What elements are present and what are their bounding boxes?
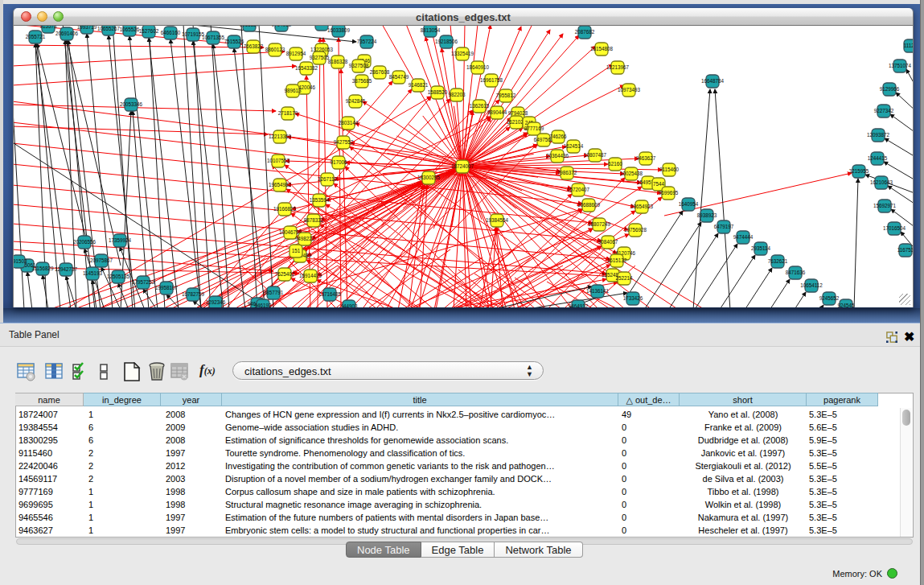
svg-text:10807487: 10807487 [584, 152, 607, 158]
svg-text:19958107: 19958107 [155, 285, 179, 290]
svg-text:10655267: 10655267 [97, 26, 121, 31]
svg-text:16914479: 16914479 [299, 273, 322, 278]
svg-text:12505135: 12505135 [107, 274, 130, 279]
svg-text:8813054: 8813054 [421, 27, 441, 33]
svg-text:8186328: 8186328 [328, 59, 348, 64]
svg-text:12093872: 12093872 [867, 132, 890, 138]
svg-text:13716485: 13716485 [318, 291, 342, 297]
svg-text:7986372: 7986372 [557, 170, 577, 175]
svg-text:11123: 11123 [904, 43, 913, 48]
svg-text:16033809: 16033809 [327, 27, 351, 33]
svg-text:20206556: 20206556 [73, 239, 97, 245]
svg-text:16961758: 16961758 [480, 77, 503, 83]
svg-text:8860123: 8860123 [265, 47, 285, 52]
svg-text:989613: 989613 [284, 88, 302, 93]
svg-text:9327508: 9327508 [349, 63, 369, 68]
svg-text:8454749: 8454749 [389, 74, 409, 80]
svg-text:10671355: 10671355 [202, 35, 225, 40]
svg-text:9463627: 9463627 [636, 155, 656, 161]
svg-text:9245652: 9245652 [819, 295, 840, 301]
svg-text:19218506: 19218506 [435, 39, 458, 44]
svg-text:9227342: 9227342 [874, 108, 894, 113]
svg-text:17359924: 17359924 [109, 237, 132, 243]
svg-text:20053346: 20053346 [120, 101, 143, 107]
svg-text:12213369: 12213369 [269, 134, 292, 139]
svg-text:19384554: 19384554 [486, 217, 509, 223]
svg-text:7515526: 7515526 [224, 39, 244, 44]
svg-text:9327505: 9327505 [310, 55, 330, 60]
svg-text:2867608: 2867608 [370, 69, 390, 75]
svg-text:1624514: 1624514 [564, 143, 584, 149]
svg-text:15692971: 15692971 [873, 203, 897, 208]
svg-text:8938923: 8938923 [697, 212, 717, 218]
svg-text:9890444: 9890444 [487, 109, 507, 115]
svg-text:11156829: 11156829 [31, 266, 54, 271]
svg-text:18300295: 18300295 [417, 175, 441, 180]
svg-text:20364436: 20364436 [546, 153, 569, 159]
svg-text:16543382: 16543382 [295, 65, 318, 71]
svg-text:8878332: 8878332 [304, 217, 324, 223]
svg-text:9857791: 9857791 [264, 290, 284, 295]
svg-text:1362615: 1362615 [470, 103, 490, 109]
svg-text:19756928: 19756928 [624, 227, 647, 233]
svg-text:1145193: 1145193 [83, 270, 103, 276]
svg-text:8471636: 8471636 [786, 270, 806, 275]
svg-text:1588520: 1588520 [428, 89, 448, 95]
svg-text:9129966: 9129966 [880, 86, 900, 92]
svg-text:62160: 62160 [608, 161, 622, 167]
svg-text:13325419: 13325419 [451, 51, 474, 56]
svg-text:1527602: 1527602 [139, 28, 159, 34]
svg-text:1065327: 1065327 [240, 26, 260, 27]
svg-text:924545: 924545 [837, 303, 855, 307]
svg-text:116753: 116753 [897, 247, 913, 253]
svg-text:6479197: 6479197 [714, 224, 734, 229]
svg-text:2803144: 2803144 [339, 120, 359, 126]
svg-text:151: 151 [292, 248, 301, 253]
svg-text:20975867: 20975867 [90, 257, 113, 263]
svg-text:6466160: 6466160 [161, 30, 181, 35]
svg-text:917006: 917006 [330, 159, 347, 165]
svg-text:14136141: 14136141 [586, 288, 610, 294]
svg-text:746266: 746266 [549, 134, 567, 139]
svg-text:9794012: 9794012 [272, 26, 292, 27]
svg-text:252214: 252214 [615, 275, 633, 281]
svg-text:20691406: 20691406 [55, 31, 79, 36]
svg-text:1292346: 1292346 [206, 299, 226, 305]
svg-text:1353594: 1353594 [310, 197, 330, 203]
svg-text:18640910: 18640910 [466, 64, 490, 70]
svg-text:13751074: 13751074 [889, 63, 912, 68]
svg-text:1993719: 1993719 [77, 26, 97, 30]
svg-text:1640954: 1640954 [679, 201, 699, 207]
svg-text:19654923: 19654923 [630, 204, 654, 209]
svg-text:10025438: 10025438 [620, 171, 643, 176]
svg-text:12213967: 12213967 [606, 64, 630, 70]
svg-text:10654112: 10654112 [800, 282, 823, 288]
svg-text:991503: 991503 [14, 258, 27, 264]
svg-text:16648784: 16648784 [701, 78, 725, 84]
svg-text:2087682: 2087682 [575, 29, 595, 35]
svg-text:2718179: 2718179 [278, 110, 298, 116]
svg-text:15720407: 15720407 [567, 187, 590, 192]
svg-text:10688609: 10688609 [577, 202, 601, 208]
svg-text:18807249: 18807249 [588, 221, 611, 227]
svg-text:9464912: 9464912 [569, 303, 589, 307]
svg-text:16154808: 16154808 [590, 46, 614, 51]
svg-text:10107553: 10107553 [267, 158, 290, 163]
svg-text:9794028: 9794028 [508, 110, 528, 116]
svg-text:9427552: 9427552 [334, 139, 354, 145]
svg-text:2935114: 2935114 [751, 245, 771, 251]
svg-text:8912954: 8912954 [286, 51, 306, 56]
svg-text:18724007: 18724007 [451, 163, 474, 169]
svg-text:944903: 944903 [340, 303, 358, 307]
svg-text:7357224: 7357224 [357, 39, 377, 44]
svg-text:9115460: 9115460 [659, 167, 680, 172]
svg-text:8601519: 8601519 [312, 26, 332, 27]
svg-text:915573: 915573 [39, 26, 57, 29]
svg-text:7632621: 7632621 [768, 258, 788, 264]
svg-text:7663822: 7663822 [244, 43, 264, 49]
svg-text:1065526: 1065526 [120, 27, 140, 32]
svg-text:1733426: 1733426 [623, 295, 643, 301]
svg-text:17016504: 17016504 [883, 225, 906, 231]
svg-text:16210643: 16210643 [870, 179, 893, 185]
svg-text:9699695: 9699695 [659, 190, 679, 196]
